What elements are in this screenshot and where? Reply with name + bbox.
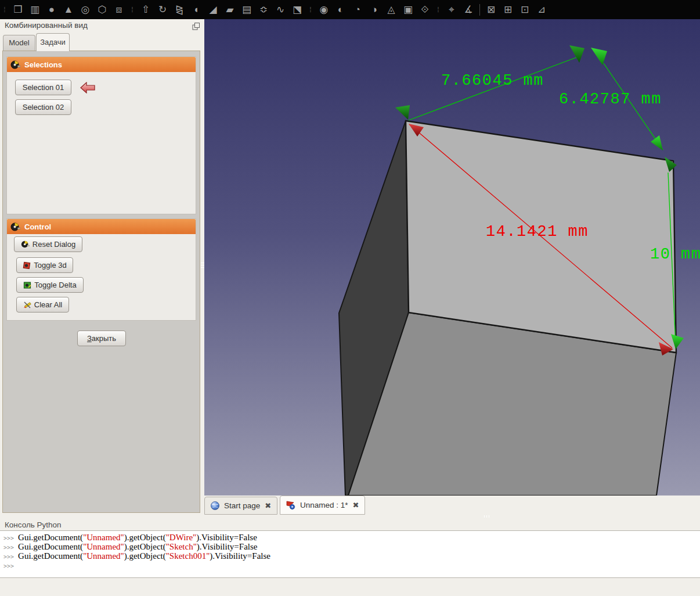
measurement-label-4: 14.1421 mm — [486, 223, 589, 240]
toolbar-separator: ⁞ — [130, 6, 135, 14]
tab-model[interactable]: Model — [3, 35, 35, 51]
console-code: Gui.getDocument( — [18, 533, 83, 542]
part-mirror-icon[interactable]: ⧎ — [174, 3, 185, 17]
console-string: "Unnamed" — [83, 542, 124, 551]
measurement-label-2: 6.42787 mm — [559, 91, 662, 108]
python-console[interactable]: >>>Gui.getDocument("Unnamed").getObject(… — [0, 530, 700, 578]
console-line: >>>Gui.getDocument("Unnamed").getObject(… — [3, 533, 700, 542]
check-geometry-icon[interactable]: ◬ — [385, 3, 397, 17]
boolean-common-icon[interactable]: ◐ — [335, 3, 347, 17]
boolean-union-icon[interactable]: ◉ — [318, 3, 330, 17]
mdi-tab-bar: Start page ✖ Unnamed : 1* ✖ — [204, 496, 700, 515]
toolbar-separator: ⁞ — [308, 6, 313, 14]
selection-02-button[interactable]: Selection 02 — [15, 99, 71, 115]
tab-unnamed-document[interactable]: Unnamed : 1* ✖ — [280, 496, 365, 515]
tab-start-page[interactable]: Start page ✖ — [204, 497, 277, 515]
console-prompt: >>> — [3, 554, 14, 560]
toolbar-separator: ⁞ — [436, 6, 441, 14]
part-fillet-icon[interactable]: ◖ — [190, 3, 202, 17]
part-torus-icon[interactable]: ◎ — [80, 3, 91, 17]
console-line: >>>Gui.getDocument("Unnamed").getObject(… — [3, 551, 700, 561]
console-line: >>> — [3, 561, 700, 570]
green-cone — [651, 135, 663, 150]
part-chamfer-icon[interactable]: ◢ — [207, 3, 219, 17]
console-code: ).getObject( — [124, 542, 166, 551]
refine-shape-icon[interactable]: ⟐ — [419, 3, 431, 17]
console-splitter[interactable] — [484, 515, 489, 518]
selections-group: Selections Selection 01 Selection 02 — [6, 56, 196, 214]
part-thickness-icon[interactable]: ⬔ — [291, 3, 303, 17]
part-primitives-icon[interactable]: ⬡ — [96, 3, 108, 17]
part-cylinder-icon[interactable]: ▥ — [29, 3, 41, 17]
close-tab-icon[interactable]: ✖ — [265, 501, 271, 510]
main-toolbar: ⁞❒▥●▲◎⬡⧈⁞⇧↻⧎◖◢▰▤≎∿⬔⁞◉◐◔◑◬▣⟐⁞⌖∡⊠⊞⊡⊿ — [0, 0, 700, 19]
console-prompt: >>> — [3, 535, 14, 541]
clear-all-button[interactable]: Clear All — [16, 297, 69, 313]
part-revolve-icon[interactable]: ↻ — [157, 3, 168, 17]
3d-viewport[interactable]: 7.66045 mm 6.42787 mm 10 mm 14.1421 mm — [204, 19, 700, 496]
measure-toggle-all-icon[interactable]: ⊞ — [502, 3, 514, 17]
control-group-header: Control — [7, 219, 196, 234]
status-bar — [0, 578, 700, 596]
dock-title: Комбинированный вид — [5, 21, 88, 30]
toggle-3d-button[interactable]: Toggle 3d — [16, 257, 73, 273]
reset-dialog-button[interactable]: Reset Dialog — [14, 236, 82, 252]
part-shapebuilder-icon[interactable]: ⧈ — [113, 3, 125, 17]
part-sweep-icon[interactable]: ∿ — [275, 3, 286, 17]
tab-unnamed-document-label: Unnamed : 1* — [300, 501, 348, 509]
toggle-3d-label: Toggle 3d — [34, 261, 66, 270]
part-makeface-icon[interactable]: ▰ — [224, 3, 236, 17]
console-line: >>>Gui.getDocument("Unnamed").getObject(… — [3, 542, 700, 551]
measure-toggle-delta-icon[interactable]: ⊿ — [536, 3, 547, 17]
defeaturing-icon[interactable]: ▣ — [402, 3, 414, 17]
control-group: Control Reset Dialog Toggle 3d — [6, 218, 196, 321]
console-code: ).Visibility=False — [197, 542, 258, 551]
green-cone — [569, 45, 584, 63]
console-code: ).Visibility=False — [196, 533, 257, 542]
toggle-delta-button[interactable]: Toggle Delta — [16, 277, 84, 293]
control-group-title: Control — [24, 222, 51, 231]
part-cone-icon[interactable]: ▲ — [63, 3, 74, 17]
toggle-delta-icon — [23, 281, 31, 289]
console-code: ).Visibility=False — [210, 551, 270, 561]
console-code: Gui.getDocument( — [18, 551, 83, 561]
measure-linear-icon[interactable]: ⌖ — [446, 3, 457, 17]
float-dock-icon[interactable] — [192, 22, 200, 30]
boolean-section-icon[interactable]: ◑ — [369, 3, 380, 17]
console-prompt: >>> — [3, 563, 14, 569]
toolbar-drag-handle[interactable]: ⁞ — [2, 6, 7, 14]
console-string: "Sketch" — [166, 542, 197, 551]
part-box-icon[interactable]: ❒ — [12, 3, 24, 17]
tape-measure-icon — [10, 222, 20, 232]
console-string: "Unnamed" — [83, 533, 124, 542]
freecad-document-icon — [286, 501, 295, 510]
part-loft-icon[interactable]: ≎ — [258, 3, 269, 17]
globe-icon — [211, 501, 219, 510]
tab-start-page-label: Start page — [224, 501, 260, 510]
close-tab-icon[interactable]: ✖ — [353, 501, 359, 509]
boolean-cut-icon[interactable]: ◔ — [352, 3, 363, 17]
part-extrude-icon[interactable]: ⇧ — [140, 3, 151, 17]
part-ruled-surface-icon[interactable]: ▤ — [241, 3, 252, 17]
console-string: "Unnamed" — [83, 551, 124, 561]
toolbar-separator-line — [479, 4, 480, 16]
console-prompt: >>> — [3, 544, 14, 551]
measure-angular-icon[interactable]: ∡ — [463, 3, 474, 17]
tab-tasks[interactable]: Задачи — [36, 33, 70, 51]
cursor-arrow-icon — [80, 82, 96, 94]
tape-measure-icon — [10, 60, 20, 70]
selection-01-button[interactable]: Selection 01 — [15, 80, 71, 95]
tape-measure-icon — [21, 240, 30, 249]
selections-group-title: Selections — [24, 60, 62, 69]
freecad-window: ⁞❒▥●▲◎⬡⧈⁞⇧↻⧎◖◢▰▤≎∿⬔⁞◉◐◔◑◬▣⟐⁞⌖∡⊠⊞⊡⊿ Комби… — [0, 0, 700, 596]
close-task-button[interactable]: Закрыть — [77, 331, 126, 346]
close-task-label: Закрыть — [87, 334, 116, 343]
measure-clear-all-icon[interactable]: ⊠ — [485, 3, 497, 17]
selections-group-header: Selections — [7, 57, 196, 72]
clear-all-label: Clear All — [34, 300, 62, 309]
part-sphere-icon[interactable]: ● — [46, 3, 57, 17]
selection-02-label: Selection 02 — [23, 103, 64, 112]
console-code: Gui.getDocument( — [18, 542, 83, 551]
measure-toggle-3d-icon[interactable]: ⊡ — [519, 3, 531, 17]
green-cone — [395, 105, 410, 120]
